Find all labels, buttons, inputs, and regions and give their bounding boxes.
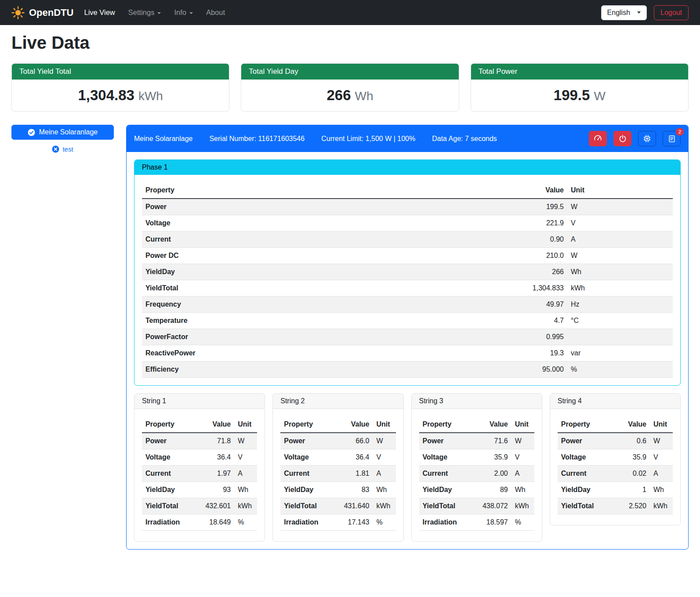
row-unit: Wh: [511, 482, 534, 498]
row-unit: V: [650, 449, 673, 466]
event-count-badge: 2: [676, 128, 684, 136]
page-title: Live Data: [11, 33, 689, 53]
row-value: 199.5: [396, 199, 567, 215]
limit-settings-button[interactable]: [589, 131, 607, 146]
table-row: PowerFactor0.995: [142, 329, 673, 345]
language-select[interactable]: English: [601, 5, 647, 20]
x-circle-icon: [52, 145, 59, 153]
nav-item-about[interactable]: About: [206, 8, 225, 17]
brand-text: OpenDTU: [29, 7, 73, 18]
string-2-table: Property Value Unit Power66.0W Voltage36…: [280, 416, 395, 531]
phase-1-body: Property Value Unit Power199.5W Voltage2…: [134, 175, 680, 385]
string-2-card: String 2 Property Value Unit: [272, 393, 403, 542]
row-property: Power: [142, 199, 396, 215]
device-info-button[interactable]: [638, 131, 656, 146]
table-header-row: Property Value Unit: [419, 416, 534, 433]
table-row: YieldDay83Wh: [280, 482, 395, 498]
row-value: 221.9: [396, 215, 567, 232]
brand-link[interactable]: OpenDTU: [11, 6, 73, 19]
row-property: Temperature: [142, 313, 396, 329]
row-property: Power DC: [142, 248, 396, 264]
row-property: YieldDay: [558, 482, 614, 498]
column-header-property: Property: [280, 416, 332, 433]
table-row: YieldTotal2.520kWh: [558, 498, 673, 514]
row-value: 71.6: [471, 433, 511, 449]
total-yield-total-value: 1,304.83: [78, 87, 134, 103]
total-yield-total-card: Total Yield Total 1,304.83kWh: [11, 63, 229, 112]
row-property: Irradiation: [142, 514, 194, 531]
row-value: 1,304.833: [396, 280, 567, 297]
column-header-unit: Unit: [373, 416, 396, 433]
speedometer-icon: [594, 134, 602, 143]
power-toggle-button[interactable]: [613, 131, 631, 146]
row-unit: A: [650, 466, 673, 482]
column-header-property: Property: [558, 416, 614, 433]
nav-item-live-view[interactable]: Live View: [84, 8, 115, 17]
row-unit: W: [234, 433, 257, 449]
main-layout: Meine Solaranlage test Meine Solaranlage…: [11, 125, 689, 550]
row-property: Power: [280, 433, 332, 449]
row-unit: W: [567, 248, 673, 264]
nav-item-settings[interactable]: Settings: [128, 8, 161, 17]
inverter-sidebar: Meine Solaranlage test: [11, 125, 114, 153]
row-unit: W: [373, 433, 396, 449]
row-property: Current: [280, 466, 332, 482]
table-row: Voltage36.4V: [280, 449, 395, 466]
row-value: 36.4: [194, 449, 234, 466]
event-log-button[interactable]: 2: [663, 131, 681, 146]
logout-button[interactable]: Logout: [654, 5, 689, 20]
table-row: ReactivePower19.3var: [142, 345, 673, 362]
string-3-body: Property Value Unit Power71.6W Voltage35…: [412, 409, 542, 541]
power-icon: [619, 135, 627, 143]
row-value: 2.00: [471, 466, 511, 482]
string-4-header: String 4: [550, 394, 680, 409]
row-property: YieldDay: [419, 482, 471, 498]
table-row: Irradiation17.143%: [280, 514, 395, 531]
row-value: 19.3: [396, 345, 567, 362]
serial-number: Serial Number: 116171603546: [209, 135, 305, 143]
inverter-item-test[interactable]: test: [11, 145, 114, 153]
row-property: PowerFactor: [142, 329, 396, 345]
row-value: 0.995: [396, 329, 567, 345]
inverter-select-button[interactable]: Meine Solaranlage: [11, 125, 114, 140]
row-value: 0.90: [396, 232, 567, 248]
row-property: Current: [142, 232, 396, 248]
nav-item-info[interactable]: Info: [174, 8, 193, 17]
string-1-body: Property Value Unit Power71.8W Voltage36…: [134, 409, 265, 541]
row-unit: %: [234, 514, 257, 531]
row-property: Efficiency: [142, 362, 396, 378]
row-value: 4.7: [396, 313, 567, 329]
row-property: YieldTotal: [142, 498, 194, 514]
column-header-property: Property: [142, 416, 194, 433]
row-unit: Wh: [373, 482, 396, 498]
table-row: Voltage221.9V: [142, 215, 673, 232]
table-row: Current0.02A: [558, 466, 673, 482]
row-value: 18.597: [471, 514, 511, 531]
table-row: YieldDay93Wh: [142, 482, 257, 498]
row-property: Voltage: [142, 215, 396, 232]
total-power-card: Total Power 199.5W: [471, 63, 689, 112]
string-1-card: String 1 Property Value Unit: [134, 393, 265, 542]
row-value: 95.000: [396, 362, 567, 378]
row-unit: A: [373, 466, 396, 482]
row-property: Power: [558, 433, 614, 449]
row-unit: kWh: [650, 498, 673, 514]
table-row: YieldTotal431.640kWh: [280, 498, 395, 514]
phase-1-header: Phase 1: [134, 160, 680, 175]
row-unit: kWh: [234, 498, 257, 514]
row-value: 1.97: [194, 466, 234, 482]
row-property: Power: [419, 433, 471, 449]
total-yield-total-unit: kWh: [138, 89, 163, 103]
string-1-header: String 1: [134, 394, 265, 409]
table-row: Power71.6W: [419, 433, 534, 449]
row-value: 438.072: [471, 498, 511, 514]
column-header-value: Value: [614, 416, 650, 433]
navbar-right: English Logout: [601, 5, 689, 20]
row-property: YieldTotal: [558, 498, 614, 514]
row-unit: Wh: [650, 482, 673, 498]
string-cards: String 1 Property Value Unit: [134, 393, 681, 542]
chevron-down-icon: [637, 11, 641, 14]
card-header: Total Yield Total: [12, 64, 229, 80]
panel-action-buttons: 2: [589, 131, 681, 146]
row-unit: W: [567, 199, 673, 215]
